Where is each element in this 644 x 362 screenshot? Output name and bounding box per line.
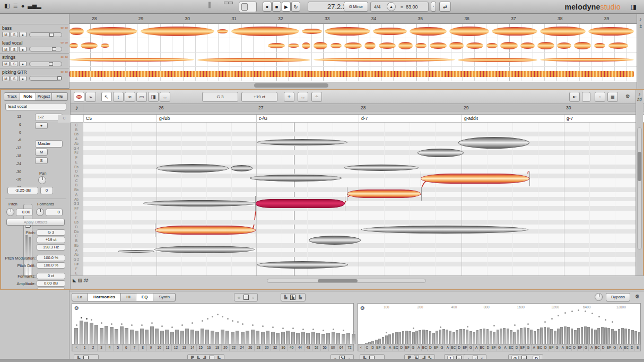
waveform-blob[interactable]: [302, 42, 310, 49]
background-note-blob[interactable]: [118, 250, 154, 253]
waveform-blob[interactable]: [492, 27, 537, 36]
gutter-icon[interactable]: ♪: [636, 91, 643, 97]
chord-g-add4[interactable]: g-add4: [462, 115, 564, 123]
tab-file[interactable]: File: [52, 92, 68, 101]
eq-note-label[interactable]: D: [543, 344, 549, 351]
eq-note-label[interactable]: G: [467, 344, 473, 351]
eq-bar[interactable]: [544, 327, 546, 344]
eq-note-label[interactable]: D: [571, 344, 577, 351]
tempo-dot-button[interactable]: ·: [431, 2, 436, 12]
window-icons[interactable]: ◧≣●▃▅▂: [4, 2, 45, 9]
eq-note-label[interactable]: BC: [565, 344, 571, 351]
editor-vscrollbar[interactable]: [637, 127, 642, 249]
mini-icon[interactable]: ▙: [299, 295, 301, 299]
bus-select[interactable]: Master: [35, 140, 63, 148]
eq-bar[interactable]: [524, 327, 526, 344]
eq-bar[interactable]: [500, 329, 502, 344]
eq-bar[interactable]: [378, 339, 381, 344]
harmonic-bar[interactable]: [225, 331, 229, 344]
harmonic-number[interactable]: 7: [130, 344, 138, 351]
eq-note-label[interactable]: G: [612, 344, 617, 351]
track-volume-slider[interactable]: [29, 76, 62, 81]
track-lane[interactable]: [69, 38, 637, 53]
waveform-blob[interactable]: [364, 42, 376, 49]
mini-icon[interactable]: ○: [252, 296, 254, 299]
harmonic-bar[interactable]: [185, 329, 189, 344]
blob-icon[interactable]: ●: [21, 3, 25, 9]
waveform-blob[interactable]: [302, 29, 321, 34]
harmonic-number[interactable]: 1: [81, 344, 89, 351]
eq-bar[interactable]: [527, 328, 529, 344]
harmonic-number[interactable]: 18: [213, 344, 221, 351]
editor-gear-icon[interactable]: ⚙: [625, 93, 630, 99]
eq-note-label[interactable]: A: [387, 344, 393, 351]
harmonic-number[interactable]: 44: [295, 344, 304, 351]
track-lane[interactable]: [69, 24, 637, 38]
eq-bar[interactable]: [456, 330, 458, 344]
tab-note[interactable]: Note: [20, 92, 36, 101]
eq-bar[interactable]: [520, 328, 523, 344]
eq-bar[interactable]: [540, 327, 543, 344]
eq-note-label[interactable]: A: [445, 344, 450, 351]
tempo-display[interactable]: 83.00: [406, 2, 418, 12]
eq-note-label[interactable]: A: [416, 344, 422, 351]
eq-bar[interactable]: [634, 331, 637, 344]
eq-bar[interactable]: [497, 330, 499, 344]
track-volume-thumb[interactable]: [49, 33, 54, 37]
track-lane[interactable]: [69, 53, 637, 67]
harmonic-number[interactable]: 26: [246, 344, 254, 351]
pitch-offset-value[interactable]: 0.00: [16, 209, 33, 216]
mini-checkbox[interactable]: ▙: [290, 295, 295, 300]
meter-display[interactable]: 4/4: [374, 2, 381, 12]
tab-lo[interactable]: Lo: [72, 293, 88, 301]
eq-bar[interactable]: [395, 332, 398, 344]
harmonic-bar[interactable]: [115, 329, 118, 344]
harmonic-bar[interactable]: [215, 332, 219, 344]
eq-bar[interactable]: [425, 330, 428, 344]
eq-note-label[interactable]: EF: [491, 344, 497, 351]
eq-bar[interactable]: [365, 343, 368, 344]
inspector-value[interactable]: 100.0 %: [37, 262, 65, 269]
harmonic-number[interactable]: 24: [238, 344, 246, 351]
eq-bar[interactable]: [517, 330, 519, 344]
inspector-value[interactable]: G 3: [37, 229, 65, 236]
harmonic-bar[interactable]: [236, 331, 239, 344]
harmonic-number[interactable]: 20: [221, 344, 230, 351]
harmonic-number[interactable]: 36: [279, 344, 288, 351]
note-canvas[interactable]: [83, 123, 636, 275]
harmonic-bar[interactable]: [271, 332, 275, 344]
eq-note-label[interactable]: EF: [577, 344, 583, 351]
waveform-blob[interactable]: [540, 27, 586, 36]
eq-bar[interactable]: [507, 329, 509, 344]
harmonic-bar[interactable]: [311, 332, 315, 344]
waveform-blob[interactable]: [268, 43, 285, 48]
eq-bar[interactable]: [611, 329, 614, 344]
eq-bar[interactable]: [571, 329, 573, 344]
solo-button[interactable]: S: [11, 76, 18, 81]
harmonic-bar[interactable]: [286, 331, 290, 344]
solo-button[interactable]: S: [11, 32, 18, 37]
eq-note-label[interactable]: EF: [606, 344, 612, 351]
sound-editor-gear-icon[interactable]: ⚙: [635, 294, 640, 299]
record-arm-button[interactable]: ●: [35, 122, 48, 129]
editor-right-gutter[interactable]: ♪♯♯: [636, 90, 643, 275]
harmonic-bar[interactable]: [160, 331, 164, 344]
eq-note-label[interactable]: C: [364, 344, 370, 351]
harmonic-bar[interactable]: [195, 331, 199, 344]
waveform-blob[interactable]: [458, 58, 537, 62]
eq-note-label[interactable]: D: [398, 344, 404, 351]
background-note-blob[interactable]: [458, 137, 529, 149]
eq-bar[interactable]: [574, 330, 577, 344]
eq-note-label[interactable]: D: [600, 344, 606, 351]
monitor-thumb[interactable]: [241, 3, 248, 11]
waveform-blob[interactable]: [330, 43, 342, 48]
stop-button[interactable]: ■: [272, 2, 281, 12]
compare-control-1[interactable]: [582, 92, 590, 102]
harmonic-bar[interactable]: [332, 332, 335, 344]
eq-bar[interactable]: [638, 332, 641, 344]
mini-checkbox[interactable]: [243, 295, 249, 300]
background-note-blob[interactable]: [257, 261, 348, 269]
track-volume-thumb[interactable]: [52, 47, 56, 51]
harmonic-bar[interactable]: [150, 326, 154, 344]
harmonic-number[interactable]: 22: [229, 344, 238, 351]
